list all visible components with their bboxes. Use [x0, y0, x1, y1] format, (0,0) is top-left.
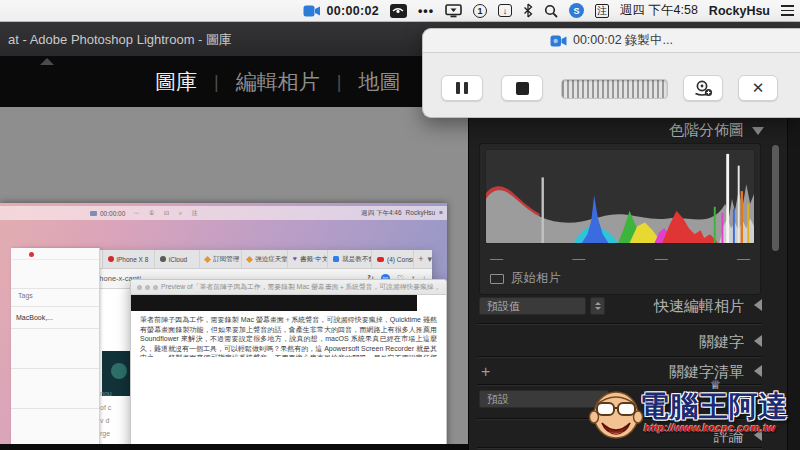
menubar-username[interactable]: RockyHsu: [709, 4, 770, 18]
window-dot-icon: [145, 285, 150, 290]
favicon: [108, 256, 114, 262]
tab-library[interactable]: 圖庫: [155, 68, 197, 96]
page-fragment: rge: [100, 430, 110, 437]
photo-preview[interactable]: 00:00:00 ⋯ ① ⊡ ⌕ 注 週四 下午4:46 RockyHsu ≡ …: [0, 203, 447, 450]
meta-placeholder: —: [737, 251, 750, 266]
panel-edge: [787, 107, 800, 450]
photo-preview-title: Preview of「筆者前陣子因為工作，需要錄製 Mac 螢幕畫面＋系統聲音，…: [161, 282, 440, 292]
photo-sidebar-item: MacBook,...: [16, 314, 53, 321]
page-fragment: nou: [100, 390, 112, 397]
add-webcam-button[interactable]: [683, 75, 723, 101]
tab-map[interactable]: 地圖: [358, 68, 400, 96]
macos-menubar: 00:00:02 ••• 1 ↓ S 注 週四 下午4:58 RockyHsu: [0, 0, 800, 22]
bluetooth-icon[interactable]: [523, 3, 533, 19]
chevron-left-icon[interactable]: [754, 299, 762, 311]
panel-collapse-arrow-icon[interactable]: [40, 58, 54, 65]
camera-icon: [550, 35, 567, 47]
onepassword-icon[interactable]: 1: [473, 4, 487, 18]
photo-inner-timer: 00:00:00: [100, 210, 125, 217]
close-button[interactable]: ✕: [738, 75, 778, 101]
camera-icon: [303, 3, 321, 19]
meta-placeholder: —: [490, 251, 503, 266]
photo-article-banner: [131, 295, 417, 311]
histogram-panel: — — — — 原始相片: [479, 143, 761, 295]
recorder-popover-header: 00:00:02 錄製中...: [423, 29, 800, 53]
search-icon[interactable]: [544, 3, 558, 19]
photo-inner-datetime: 週四 下午4:46: [361, 209, 401, 218]
favicon: [160, 256, 166, 262]
photo-inner-recording-group: 00:00:00: [90, 210, 125, 217]
module-picker: 圖庫 | 編輯相片 | 地圖: [155, 57, 400, 107]
photo-browser-newtab-icon: +: [418, 254, 423, 264]
page-fragment: v d: [100, 417, 109, 424]
photo-browser-tab: iCloud: [155, 250, 200, 268]
display-icon[interactable]: [445, 3, 462, 19]
recording-status-item[interactable]: 00:00:02: [303, 3, 378, 19]
chevron-left-icon[interactable]: [754, 335, 762, 347]
add-keyword-button[interactable]: +: [481, 365, 490, 379]
pause-button[interactable]: [441, 75, 483, 101]
meta-placeholder: —: [572, 251, 585, 266]
photo-inner-menu-icons: ⋯ ① ⊡ ⌕ 注: [133, 209, 201, 218]
lightroom-bottom-strip: [0, 444, 468, 450]
photo-inner-camera-icon: [90, 211, 97, 216]
original-photo-label: 原始相片: [511, 270, 561, 287]
menubar-datetime[interactable]: 週四 下午4:58: [620, 2, 698, 19]
preset-stepper[interactable]: [590, 297, 605, 315]
gpu-eye-icon[interactable]: [390, 4, 407, 18]
keyword-filter-field[interactable]: 預設: [479, 390, 609, 408]
comments-header[interactable]: 評論: [714, 427, 744, 446]
photo-sidebar-window: Tags MacBook,...: [11, 248, 100, 450]
stop-button[interactable]: [501, 75, 543, 101]
chevron-down-icon[interactable]: [752, 127, 764, 135]
chevron-left-icon[interactable]: [754, 429, 762, 441]
download-menu-icon[interactable]: ↓: [498, 4, 512, 17]
photo-meta-row: — — — —: [490, 251, 750, 266]
photo-browser-tab: 強迫症天堂: [242, 250, 287, 268]
window-dot-icon: [153, 285, 158, 290]
loupe-view: 00:00:00 ⋯ ① ⊡ ⌕ 注 週四 下午4:46 RockyHsu ≡ …: [0, 107, 468, 450]
chevron-left-icon[interactable]: [754, 365, 762, 377]
favicon: [377, 257, 384, 262]
photo-article-text: 筆者前陣子因為工作，需要錄製 Mac 螢幕畫面＋系統聲音，可說瀕得快要瘋掉，Qu…: [131, 311, 446, 357]
lightroom-window-title: at - Adobe Photoshop Lightroom - 圖庫: [8, 22, 232, 57]
photo-preview-window: Preview of「筆者前陣子因為工作，需要錄製 Mac 螢幕畫面＋系統聲音，…: [130, 279, 447, 450]
quick-develop-preset-select[interactable]: 預設值: [479, 297, 586, 315]
ellipsis-icon[interactable]: •••: [418, 3, 434, 19]
tab-divider: |: [337, 72, 342, 93]
histogram-canvas[interactable]: [485, 149, 755, 244]
audio-level-meter: [561, 79, 668, 99]
photo-browser-tab: 訂閱管理: [200, 250, 242, 268]
photo-browser-taboverflow-icon: ▾: [427, 254, 432, 264]
webcam-plus-icon: [693, 80, 713, 97]
photo-browser-tab: iPhone X 8: [103, 250, 155, 268]
notification-center-icon[interactable]: [781, 3, 794, 19]
menubar-recording-time: 00:00:02: [326, 4, 378, 18]
original-photo-checkbox[interactable]: [490, 274, 504, 284]
tab-divider: |: [214, 72, 219, 93]
favicon: ♥: [293, 256, 297, 262]
photo-inner-list-icon: ≡: [439, 209, 443, 218]
quick-develop-header[interactable]: 快速編輯相片: [654, 297, 744, 316]
blue-app-icon[interactable]: S: [569, 3, 584, 18]
keywording-header[interactable]: 關鍵字: [699, 333, 744, 352]
favicon: [333, 256, 339, 262]
original-photo-row: 原始相片: [490, 270, 561, 287]
red-dot-icon: [29, 252, 34, 257]
photo-inner-username: RockyHsu: [406, 209, 436, 218]
keyword-list-header[interactable]: 關鍵字清單: [669, 363, 744, 382]
panel-scrollbar[interactable]: [772, 145, 779, 251]
histogram-header[interactable]: 色階分佈圖: [669, 121, 744, 140]
favicon: [204, 255, 211, 262]
recorder-status-text: 00:00:02 錄製中...: [573, 32, 673, 49]
recorder-popover: 00:00:02 錄製中... ✕: [422, 28, 800, 118]
input-method-icon[interactable]: 注: [595, 4, 609, 18]
screen: at - Adobe Photoshop Lightroom - 圖庫 圖庫 |…: [0, 0, 800, 450]
page-fragment: of c: [100, 404, 111, 411]
photo-inner-clock-group: 週四 下午4:46 RockyHsu ≡: [361, 209, 443, 218]
photo-browser-tab: (4) Consu: [372, 250, 414, 268]
tab-develop[interactable]: 編輯相片: [236, 68, 320, 96]
photo-sidebar-tags-label: Tags: [18, 292, 33, 299]
favicon: [246, 255, 253, 262]
photo-browser-tab: 就是教不會: [328, 250, 372, 268]
